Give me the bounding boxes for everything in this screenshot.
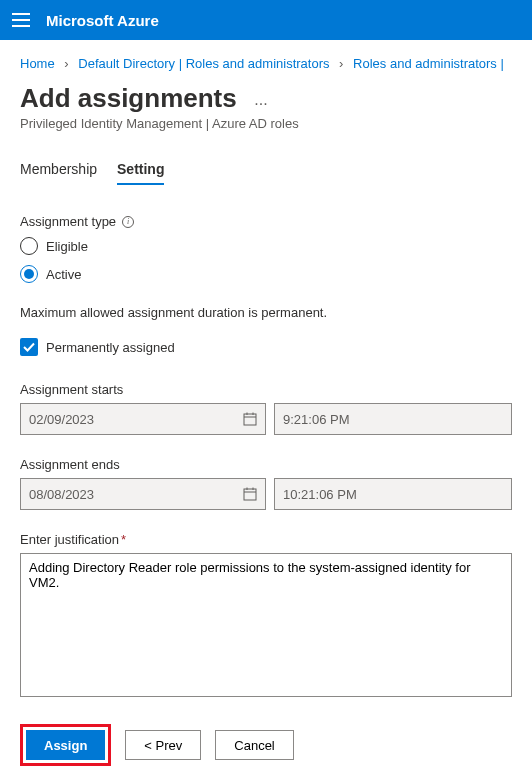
starts-date-input[interactable]: 02/09/2023 bbox=[20, 403, 266, 435]
calendar-icon bbox=[243, 487, 257, 501]
page-subtitle: Privileged Identity Management | Azure A… bbox=[20, 116, 512, 131]
more-actions-icon[interactable]: ··· bbox=[254, 95, 267, 112]
assign-button[interactable]: Assign bbox=[26, 730, 105, 760]
ends-label: Assignment ends bbox=[20, 457, 512, 472]
permanently-assigned-checkbox[interactable]: Permanently assigned bbox=[20, 338, 512, 356]
radio-eligible[interactable]: Eligible bbox=[20, 237, 512, 255]
tab-setting[interactable]: Setting bbox=[117, 155, 164, 185]
radio-active[interactable]: Active bbox=[20, 265, 512, 283]
tab-membership[interactable]: Membership bbox=[20, 155, 97, 185]
calendar-icon bbox=[243, 412, 257, 426]
justification-label: Enter justification* bbox=[20, 532, 512, 547]
page-header: Add assignments ··· Privileged Identity … bbox=[0, 75, 532, 137]
starts-row: 02/09/2023 9:21:06 PM bbox=[20, 403, 512, 435]
ends-row: 08/08/2023 10:21:06 PM bbox=[20, 478, 512, 510]
assign-highlight: Assign bbox=[20, 724, 111, 766]
starts-label: Assignment starts bbox=[20, 382, 512, 397]
brand-title: Microsoft Azure bbox=[46, 12, 159, 29]
cancel-button[interactable]: Cancel bbox=[215, 730, 293, 760]
breadcrumb-home[interactable]: Home bbox=[20, 56, 55, 71]
duration-info: Maximum allowed assignment duration is p… bbox=[20, 305, 512, 320]
starts-time-input[interactable]: 9:21:06 PM bbox=[274, 403, 512, 435]
content: Assignment type i Eligible Active Maximu… bbox=[0, 186, 532, 700]
permanently-assigned-label: Permanently assigned bbox=[46, 340, 175, 355]
ends-date-input[interactable]: 08/08/2023 bbox=[20, 478, 266, 510]
chevron-right-icon: › bbox=[339, 56, 343, 71]
radio-active-label: Active bbox=[46, 267, 81, 282]
required-asterisk: * bbox=[121, 532, 126, 547]
checkbox-icon bbox=[20, 338, 38, 356]
radio-icon bbox=[20, 237, 38, 255]
svg-rect-0 bbox=[244, 414, 256, 425]
page-title: Add assignments bbox=[20, 83, 237, 114]
ends-time-input[interactable]: 10:21:06 PM bbox=[274, 478, 512, 510]
breadcrumb: Home › Default Directory | Roles and adm… bbox=[0, 40, 532, 75]
breadcrumb-roles[interactable]: Roles and administrators | bbox=[353, 56, 504, 71]
info-icon[interactable]: i bbox=[122, 216, 134, 228]
svg-rect-4 bbox=[244, 489, 256, 500]
radio-icon bbox=[20, 265, 38, 283]
hamburger-menu-icon[interactable] bbox=[12, 13, 30, 27]
prev-button[interactable]: < Prev bbox=[125, 730, 201, 760]
chevron-right-icon: › bbox=[64, 56, 68, 71]
assignment-type-label: Assignment type i bbox=[20, 214, 512, 229]
justification-input[interactable] bbox=[20, 553, 512, 697]
topbar: Microsoft Azure bbox=[0, 0, 532, 40]
assignment-type-radios: Eligible Active bbox=[20, 237, 512, 283]
breadcrumb-directory[interactable]: Default Directory | Roles and administra… bbox=[78, 56, 329, 71]
footer-buttons: Assign < Prev Cancel bbox=[20, 724, 512, 766]
tabs: Membership Setting bbox=[0, 137, 532, 186]
radio-eligible-label: Eligible bbox=[46, 239, 88, 254]
